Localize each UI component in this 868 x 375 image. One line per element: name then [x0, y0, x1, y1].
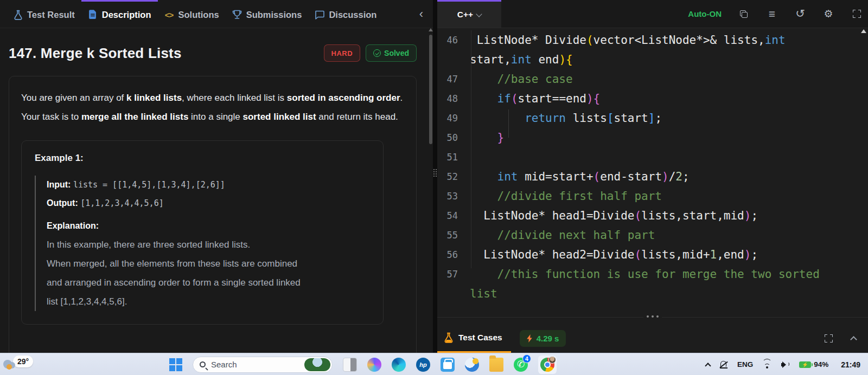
chat-icon — [315, 10, 324, 20]
taskbar-apps: Search hp 4 — [169, 353, 557, 375]
line-number: 53 — [437, 191, 470, 202]
code-line: 54 ListNode* head1=Divide(lists,start,mi… — [437, 206, 868, 225]
code-text: int mid=start+(end-start)/2; — [470, 170, 868, 183]
search-daily-image[interactable] — [304, 358, 330, 371]
tab-test-result[interactable]: Test Result — [7, 0, 81, 28]
collapse-panel-button[interactable]: ‹ — [415, 0, 427, 28]
collapse-testcase-button[interactable] — [847, 333, 859, 345]
code-text: ListNode* Divide(vector<ListNode*>& list… — [470, 34, 868, 47]
divider-drag-handle-icon[interactable] — [643, 315, 662, 318]
code-line: start,int end){ — [437, 50, 868, 69]
editor-scrollbar-arrow[interactable] — [861, 29, 866, 33]
notepad-app-icon[interactable] — [343, 358, 357, 372]
code-text: list — [470, 287, 868, 300]
chrome-profile-avatar — [548, 356, 556, 364]
testcase-divider[interactable] — [437, 317, 868, 324]
problem-panel: Test ResultDescription<>SolutionsSubmiss… — [0, 0, 433, 353]
line-number: 49 — [437, 113, 470, 124]
code-line: 57 //this function is use for merge the … — [437, 264, 868, 284]
problem-scrollbar — [429, 30, 433, 353]
line-number: 54 — [437, 210, 470, 221]
testcase-bar: Test Cases 4.29 s — [437, 324, 868, 353]
editor-settings-button[interactable]: ⚙ — [822, 8, 834, 20]
panel-divider[interactable] — [433, 0, 437, 353]
tray-overflow-chevron[interactable] — [705, 363, 711, 368]
code-line: 49 return lists[start]; — [437, 108, 868, 128]
editor-actions: Auto-ON ≡ ↺ ⚙ — [688, 0, 868, 28]
output-label: Output: — [47, 198, 78, 208]
line-number: 56 — [437, 249, 470, 260]
difficulty-badge: HARD — [324, 44, 361, 62]
editor-header: C++ Auto-ON ≡ ↺ ⚙ — [437, 0, 868, 28]
example-blockquote: Input: lists = [[1,4,5],[1,3,4],[2,6]] O… — [35, 176, 370, 311]
page-title: 147. Merge k Sorted Lists — [9, 45, 182, 62]
tab-submissions[interactable]: Submissions — [226, 0, 309, 28]
line-number: 51 — [437, 152, 470, 163]
code-line: 50 } — [437, 128, 868, 147]
tab-discussion[interactable]: Discussion — [308, 0, 383, 28]
weather-widget[interactable]: 29° — [3, 354, 33, 368]
auto-save-toggle[interactable]: Auto-ON — [688, 9, 722, 18]
divider-drag-handle-icon[interactable] — [433, 169, 437, 177]
tab-description[interactable]: Description — [81, 0, 158, 28]
file-explorer-app-icon[interactable] — [489, 358, 503, 372]
do-not-disturb-icon[interactable] — [719, 360, 728, 369]
line-number: 47 — [437, 74, 470, 85]
scrollbar-up-arrow[interactable] — [429, 28, 433, 31]
search-icon — [200, 361, 206, 367]
windows-taskbar: 29° Search hp 4 — [0, 353, 868, 375]
runtime-value: 4.29 s — [537, 334, 559, 343]
line-number: 57 — [437, 269, 470, 280]
chrome-app-button[interactable] — [538, 355, 557, 374]
copy-icon — [740, 10, 748, 18]
indent-guide — [508, 109, 509, 138]
fullscreen-icon — [825, 334, 833, 342]
testcase-fullscreen-button[interactable] — [822, 333, 834, 345]
taskbar-clock[interactable]: 21:49 — [841, 360, 860, 369]
explanation-line: list [1,1,2,3,4,4,5,6]. — [47, 292, 370, 311]
description-paragraph: Your task is to merge all the linked lis… — [21, 107, 404, 126]
battery-indicator[interactable]: ⚡ 94% — [799, 360, 828, 368]
code-text: return lists[start]; — [470, 112, 868, 125]
microsoft-store-app-icon[interactable] — [441, 358, 455, 372]
code-line: 56 ListNode* head2=Divide(lists,mid+1,en… — [437, 245, 868, 264]
trophy-icon — [232, 10, 242, 20]
lightning-icon — [527, 334, 533, 342]
input-label: Input: — [47, 180, 71, 189]
explanation-label: Explanation: — [47, 217, 370, 235]
chrome-app-icon — [540, 358, 554, 372]
wifi-icon[interactable] — [762, 361, 772, 368]
gutter-divider — [471, 30, 471, 268]
weather-cloud-icon — [3, 360, 17, 368]
app-icon[interactable] — [465, 358, 479, 372]
code-line: 51 — [437, 147, 868, 167]
volume-icon[interactable] — [781, 361, 790, 368]
example-output-row: Output: [1,1,2,3,4,4,5,6] — [47, 194, 370, 212]
code-text: } — [470, 131, 868, 144]
code-editor[interactable]: 46 ListNode* Divide(vector<ListNode*>& l… — [437, 28, 868, 317]
hp-app-icon[interactable]: hp — [416, 358, 430, 372]
reset-code-button[interactable]: ↺ — [794, 8, 806, 20]
input-language-indicator[interactable]: ENG — [737, 360, 753, 368]
edge-app-icon[interactable] — [392, 358, 406, 372]
editor-menu-button[interactable]: ≡ — [766, 8, 778, 20]
fullscreen-icon — [853, 10, 861, 18]
status-badge: Solved — [366, 44, 417, 62]
code-text: //base case — [470, 73, 868, 86]
whatsapp-app-icon[interactable]: 4 — [514, 358, 528, 372]
editor-fullscreen-button[interactable] — [851, 8, 863, 20]
copilot-app-icon[interactable] — [367, 358, 381, 372]
copy-code-button[interactable] — [738, 8, 750, 20]
example-card: Example 1: Input: lists = [[1,4,5],[1,3,… — [21, 140, 384, 325]
language-selector[interactable]: C++ — [437, 0, 501, 28]
gear-icon: ⚙ — [824, 9, 833, 19]
battery-percent: 94% — [814, 360, 828, 368]
output-value: [1,1,2,3,4,4,5,6] — [80, 198, 164, 208]
test-cases-tab[interactable]: Test Cases — [437, 324, 511, 353]
input-value: lists = [[1,4,5],[1,3,4],[2,6]] — [73, 180, 225, 190]
code-line: 46 ListNode* Divide(vector<ListNode*>& l… — [437, 30, 868, 50]
start-button[interactable] — [169, 358, 182, 371]
tab-solutions[interactable]: <>Solutions — [158, 0, 226, 28]
scrollbar-thumb[interactable] — [429, 35, 432, 144]
taskbar-search[interactable]: Search — [193, 357, 333, 373]
